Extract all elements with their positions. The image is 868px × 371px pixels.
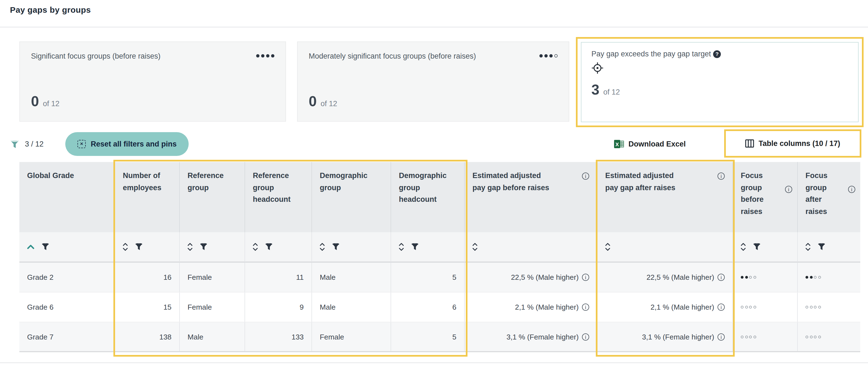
column-filter-icon[interactable] [753,243,761,250]
info-icon[interactable]: i [717,274,725,281]
info-icon[interactable]: i [582,172,589,180]
sort-toggle[interactable] [253,243,258,251]
column-filter-icon[interactable] [332,243,340,250]
column-header-label: Demographic group headcount [399,170,456,205]
cell-demographic-group-headcount: 5 [391,263,465,292]
info-icon[interactable]: i [582,274,589,281]
active-filter-count: 3 / 12 [25,140,44,148]
card-title: Moderately significant focus groups (bef… [309,52,476,60]
cell-value: Male [188,333,203,341]
cell-reference-group: Male [180,322,245,351]
cell-value: Female [188,303,212,311]
column-header-global-grade[interactable]: Global Grade [19,162,115,232]
cell-value: 3,1 % (Female higher) [642,333,714,341]
column-header-focus-group-before-raises[interactable]: Focus group before raisesi [733,162,798,232]
cell-reference-group: Female [180,293,245,322]
bottom-divider [0,362,868,363]
chevron-down-icon [805,248,810,251]
focus-level-dot [749,306,752,308]
focus-level-dot [814,335,816,338]
focus-level-dot [749,276,752,279]
column-header-reference-group[interactable]: Reference group [180,162,245,232]
cell-reference-group-headcount: 9 [245,293,312,322]
column-header-reference-group-headcount[interactable]: Reference group headcount [245,162,312,232]
focus-level-dot [810,306,812,308]
cell-number-of-employees: 138 [115,322,180,351]
chevron-down-icon [123,248,128,251]
focus-level-dot [805,276,808,279]
sort-toggle[interactable] [399,243,404,251]
info-icon[interactable]: i [785,186,792,193]
cell-demographic-group-headcount: 5 [391,322,465,351]
sort-toggle[interactable] [188,243,192,251]
column-header-demographic-group[interactable]: Demographic group [312,162,391,232]
cell-focus-group-after-raises [798,293,860,322]
column-filter-icon[interactable] [265,243,273,250]
chevron-up-icon [472,243,477,246]
column-filter-icon[interactable] [200,243,208,250]
card-count: 3 [591,81,599,98]
sort-toggle[interactable] [805,243,810,251]
info-icon[interactable]: i [717,333,725,340]
cell-value: Female [188,273,212,281]
column-filter-icon[interactable] [41,243,49,250]
card-count-total: of 12 [43,100,59,108]
cell-value: 9 [300,303,304,311]
info-icon[interactable]: i [582,304,589,311]
sort-toggle[interactable] [605,243,610,251]
summary-card-moderate: Moderately significant focus groups (bef… [297,41,569,122]
info-icon[interactable]: i [848,186,855,193]
focus-level-dot [810,276,812,279]
column-filter-icon[interactable] [818,243,826,250]
sort-filter-cell-demographic-group-headcount [391,232,465,263]
significance-dots [539,54,558,58]
sort-toggle[interactable] [472,243,477,251]
column-header-estimated-adjusted-pay-gap-before-raises[interactable]: Estimated adjusted pay gap before raises… [465,162,597,232]
table-columns-button[interactable]: Table columns (10 / 17) [726,131,860,156]
significance-dot [266,54,270,58]
focus-level-indicator [741,335,756,338]
focus-level-dot [741,306,744,308]
column-header-label: Reference group headcount [253,170,304,205]
cell-value: 22,5 % (Male higher) [511,273,579,281]
cell-value: Male [320,303,336,311]
focus-level-dot [741,335,744,338]
column-header-label: Focus group before raises [741,170,770,217]
download-excel-button[interactable]: X Download Excel [611,134,689,153]
column-header-estimated-adjusted-pay-gap-after-raises[interactable]: Estimated adjusted pay gap after raisesi [597,162,733,232]
sort-filter-cell-reference-group [180,232,245,263]
sort-toggle[interactable] [123,243,128,251]
cell-global-grade: Grade 7 [19,322,115,351]
cell-demographic-group: Male [312,263,391,292]
cell-value: 22,5 % (Male higher) [646,273,714,281]
cell-estimated-adjusted-pay-gap-before-raises: 3,1 % (Female higher)i [465,322,597,351]
info-icon[interactable]: i [717,304,725,311]
help-icon[interactable]: ? [713,50,721,58]
table-row: Grade 615Female9Male62,1 % (Male higher)… [19,293,860,322]
cell-demographic-group: Female [312,322,391,351]
chevron-up-icon [188,243,192,246]
info-icon[interactable]: i [717,172,725,180]
significance-dot [261,54,265,58]
chevron-up-icon [123,243,128,246]
chevron-down-icon [253,248,258,251]
column-header-focus-group-after-raises[interactable]: Focus group after raisesi [798,162,860,232]
column-filter-icon[interactable] [135,243,143,250]
column-header-number-of-employees[interactable]: Number of employees [115,162,180,232]
sort-toggle[interactable] [320,243,325,251]
cell-estimated-adjusted-pay-gap-after-raises: 2,1 % (Male higher)i [597,293,733,322]
sort-filter-cell-estimated-adjusted-pay-gap-after-raises [597,232,733,263]
reset-filters-button[interactable]: × Reset all filters and pins [65,132,189,156]
column-filter-icon[interactable] [411,243,419,250]
info-icon[interactable]: i [582,333,589,340]
filter-funnel-icon [10,140,19,148]
cell-value: 133 [291,333,304,341]
focus-level-indicator [741,306,756,308]
column-header-demographic-group-headcount[interactable]: Demographic group headcount [391,162,465,232]
focus-level-dot [814,306,816,308]
chevron-up-icon [253,243,258,246]
sort-toggle[interactable] [741,243,746,251]
column-header-label: Estimated adjusted pay gap before raises [472,170,551,194]
sort-ascending-active[interactable] [27,244,34,249]
focus-level-dot [749,335,752,338]
